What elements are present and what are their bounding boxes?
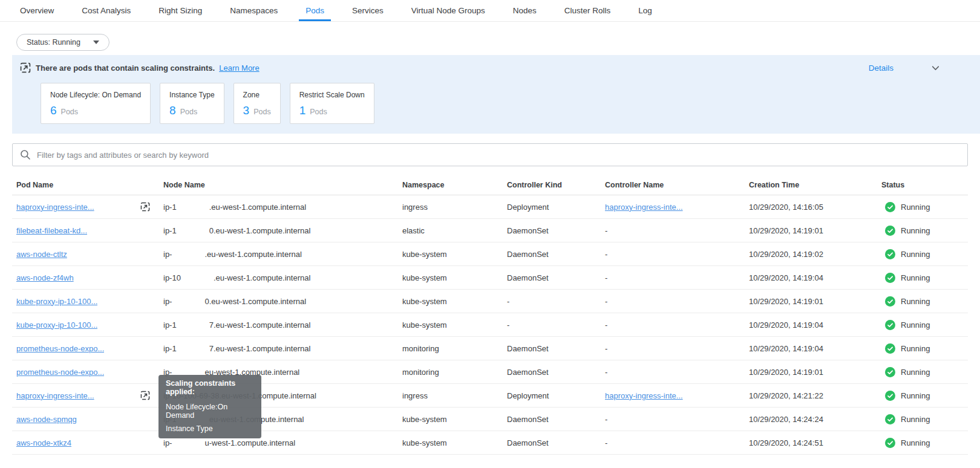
- check-circle-icon: [885, 367, 895, 377]
- creation-time-cell: 10/29/2020, 14:19:01: [749, 226, 881, 235]
- constraint-card[interactable]: Instance Type8Pods: [160, 83, 224, 124]
- controller-name-cell: -: [605, 250, 749, 259]
- node-name-suffix: 7.eu-west-1.compute.internal: [209, 320, 311, 330]
- table-row: prometheus-node-expo...ip-17.eu-west-1.c…: [12, 337, 968, 360]
- tab-namespaces[interactable]: Namespaces: [223, 0, 284, 21]
- status-cell: Running: [881, 273, 968, 283]
- banner-message: There are pods that contain scaling cons…: [36, 63, 215, 73]
- namespace-cell: kube-system: [402, 273, 507, 282]
- tab-cluster-rolls[interactable]: Cluster Rolls: [558, 0, 618, 21]
- status-label: Running: [901, 226, 930, 235]
- tab-virtual-node-groups[interactable]: Virtual Node Groups: [405, 0, 492, 21]
- card-unit: Pods: [61, 108, 79, 116]
- column-header-namespace[interactable]: Namespace: [402, 181, 507, 189]
- node-name-prefix: ip-1: [163, 226, 177, 235]
- card-count: 8: [169, 104, 176, 117]
- pod-name-link[interactable]: kube-proxy-ip-10-100...: [16, 320, 97, 330]
- creation-time-cell: 10/29/2020, 14:19:01: [749, 297, 881, 306]
- column-header-status[interactable]: Status: [881, 181, 968, 189]
- card-title: Instance Type: [169, 91, 215, 99]
- constraint-card[interactable]: Zone3Pods: [234, 83, 281, 124]
- status-label: Running: [901, 273, 930, 282]
- scaling-constraints-banner: There are pods that contain scaling cons…: [12, 55, 980, 134]
- pod-name-cell: aws-node-ctltz: [16, 250, 163, 259]
- pod-name-cell: haproxy-ingress-inte...: [16, 202, 163, 212]
- column-header-pod-name[interactable]: Pod Name: [16, 181, 163, 189]
- pod-name-cell: kube-proxy-ip-10-100...: [16, 297, 163, 306]
- status-label: Running: [901, 297, 930, 306]
- learn-more-link[interactable]: Learn More: [219, 63, 259, 73]
- check-circle-icon: [885, 226, 895, 236]
- status-filter-dropdown[interactable]: Status: Running: [16, 34, 109, 51]
- constraint-card[interactable]: Restrict Scale Down1Pods: [290, 83, 374, 124]
- pod-name-cell: prometheus-node-expo...: [16, 368, 163, 377]
- node-name-cell: ip-17.eu-west-1.compute.internal: [163, 344, 402, 353]
- node-name-cell: ip-1.eu-west-1.compute.internal: [163, 203, 402, 212]
- pod-name-cell: aws-node-spmqg: [16, 415, 163, 424]
- pod-name-link[interactable]: aws-node-spmqg: [16, 415, 77, 424]
- node-name-suffix: u-west-1.compute.internal: [204, 438, 295, 447]
- tab-services[interactable]: Services: [345, 0, 390, 21]
- creation-time-cell: 10/29/2020, 14:24:51: [749, 438, 881, 447]
- scaling-constraint-icon[interactable]: [140, 391, 150, 400]
- creation-time-cell: 10/29/2020, 14:19:02: [749, 250, 881, 259]
- pod-name-link[interactable]: kube-proxy-ip-10-100...: [16, 297, 97, 306]
- pod-name-link[interactable]: haproxy-ingress-inte...: [16, 391, 94, 400]
- scaling-constraints-tooltip: Scaling constraints applied: Node Lifecy…: [158, 375, 261, 438]
- status-label: Running: [901, 438, 930, 447]
- creation-time-cell: 10/29/2020, 14:24:24: [749, 415, 881, 424]
- controller-kind-cell: DaemonSet: [507, 226, 605, 235]
- pod-name-link[interactable]: haproxy-ingress-inte...: [16, 203, 94, 212]
- creation-time-cell: 10/29/2020, 14:19:04: [749, 320, 881, 330]
- constraint-card[interactable]: Node Lifecycle: On Demand6Pods: [41, 83, 151, 124]
- tab-log[interactable]: Log: [632, 0, 659, 21]
- tab-overview[interactable]: Overview: [13, 0, 60, 21]
- status-cell: Running: [881, 296, 968, 307]
- check-circle-icon: [885, 414, 895, 424]
- check-circle-icon: [885, 343, 895, 354]
- controller-name-cell: haproxy-ingress-inte...: [605, 391, 749, 400]
- node-name-suffix: .eu-west-1.compute.internal: [209, 203, 306, 212]
- status-label: Running: [901, 203, 930, 212]
- column-header-controller-name[interactable]: Controller Name: [605, 181, 749, 189]
- details-link[interactable]: Details: [869, 63, 893, 73]
- pod-name-cell: aws-node-xtkz4: [16, 438, 163, 447]
- node-name-cell: ip-.eu-west-1.compute.internal: [163, 250, 402, 259]
- scaling-constraint-icon[interactable]: [140, 202, 150, 212]
- tab-pods[interactable]: Pods: [299, 0, 331, 21]
- column-header-node-name[interactable]: Node Name: [163, 181, 402, 189]
- node-name-suffix: .eu-west-1.compute.internal: [204, 250, 301, 259]
- pod-name-link[interactable]: prometheus-node-expo...: [16, 344, 104, 353]
- tab-right-sizing[interactable]: Right Sizing: [152, 0, 209, 21]
- pod-name-link[interactable]: aws-node-zf4wh: [16, 273, 74, 282]
- status-cell: Running: [881, 320, 968, 330]
- scaling-constraint-icon: [20, 62, 31, 73]
- table-row: filebeat-filebeat-kd...ip-10.eu-west-1.c…: [12, 219, 968, 242]
- card-count: 6: [50, 104, 57, 117]
- chevron-down-icon[interactable]: [931, 63, 940, 73]
- pod-name-link[interactable]: prometheus-node-expo...: [16, 368, 104, 377]
- status-label: Running: [901, 320, 930, 330]
- status-label: Running: [901, 368, 930, 377]
- filter-row: Status: Running: [16, 34, 980, 51]
- status-cell: Running: [881, 414, 968, 424]
- pod-name-link[interactable]: aws-node-xtkz4: [16, 438, 71, 447]
- search-input[interactable]: [37, 151, 960, 160]
- tooltip-line: Node Lifecycle:On Demand: [166, 403, 254, 420]
- tab-nodes[interactable]: Nodes: [506, 0, 543, 21]
- namespace-cell: elastic: [402, 226, 507, 235]
- status-cell: Running: [881, 343, 968, 354]
- controller-name-link[interactable]: haproxy-ingress-inte...: [605, 391, 683, 400]
- pod-name-link[interactable]: aws-node-ctltz: [16, 250, 67, 259]
- pod-name-link[interactable]: filebeat-filebeat-kd...: [16, 226, 87, 235]
- status-cell: Running: [881, 226, 968, 236]
- dropdown-arrow-icon: [93, 41, 99, 44]
- namespace-cell: kube-system: [402, 250, 507, 259]
- tab-cost-analysis[interactable]: Cost Analysis: [75, 0, 137, 21]
- controller-name-cell: -: [605, 344, 749, 353]
- node-name-cell: ip-10.eu-west-1.compute.internal: [163, 226, 402, 235]
- column-header-controller-kind[interactable]: Controller Kind: [507, 181, 605, 189]
- check-circle-icon: [885, 438, 895, 448]
- column-header-creation-time[interactable]: Creation Time: [749, 181, 881, 189]
- controller-name-link[interactable]: haproxy-ingress-inte...: [605, 203, 683, 212]
